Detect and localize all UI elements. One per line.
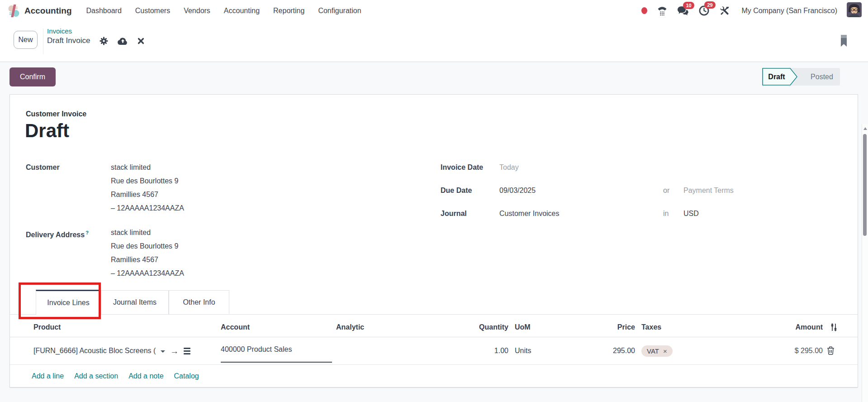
delivery-address-label-text: Delivery Address	[26, 231, 85, 239]
col-product[interactable]: Product	[33, 318, 61, 337]
status-dot-icon	[641, 7, 647, 14]
activities-clock-icon[interactable]: 29	[698, 5, 710, 16]
due-date-label: Due Date	[441, 184, 499, 197]
price-cell[interactable]: 295.00	[571, 337, 635, 364]
tab-other-info[interactable]: Other Info	[169, 290, 229, 315]
tools-icon[interactable]	[719, 5, 730, 16]
table-footer-links: Add a line Add a section Add a note Cata…	[10, 365, 858, 388]
journal-row: Journal Customer Invoices in USD	[441, 207, 757, 220]
dropdown-caret-icon[interactable]	[161, 350, 165, 353]
account-cell[interactable]: 400000 Product Sales	[221, 337, 332, 363]
notebook-tabs: Invoice Lines Journal Items Other Info	[10, 290, 858, 315]
scrollbar-thumb[interactable]	[863, 134, 867, 236]
messages-icon[interactable]: 10	[677, 5, 689, 16]
topbar-right: 10 29 My Company (San Francisco)	[641, 2, 862, 19]
app-name: Accounting	[24, 6, 72, 16]
add-a-section-link[interactable]: Add a section	[74, 372, 118, 380]
tab-invoice-lines[interactable]: Invoice Lines	[36, 290, 101, 315]
invoice-date-field[interactable]: Today	[499, 161, 519, 174]
customer-name[interactable]: stack limited	[111, 161, 184, 174]
col-analytic[interactable]: Analytic	[336, 318, 364, 337]
status-draft[interactable]: Draft	[762, 68, 791, 86]
due-date-row: Due Date 09/03/2025 or Payment Terms	[441, 184, 757, 197]
customer-field-row: Customer stack limited Rue des Bourlotte…	[26, 161, 184, 215]
col-uom[interactable]: UoM	[515, 318, 531, 337]
catalog-link[interactable]: Catalog	[174, 372, 199, 380]
accounting-app-icon	[7, 5, 20, 17]
app-brand[interactable]: Accounting	[7, 5, 72, 17]
main-menu: Dashboard Customers Vendors Accounting R…	[86, 7, 361, 15]
product-name[interactable]: [FURN_6666] Acoustic Bloc Screens (	[33, 347, 156, 355]
menu-vendors[interactable]: Vendors	[184, 7, 210, 15]
analytic-cell[interactable]	[336, 337, 454, 364]
save-cloud-upload-icon[interactable]	[118, 37, 128, 45]
menu-reporting[interactable]: Reporting	[273, 7, 304, 15]
invoice-line-row[interactable]: [FURN_6666] Acoustic Bloc Screens ( → 40…	[10, 337, 858, 365]
document-state-heading: Draft	[25, 120, 69, 142]
status-posted[interactable]: Posted	[804, 68, 840, 86]
customer-city: Ramillies 4567	[111, 188, 184, 201]
amount-cell: $ 295.00	[743, 337, 823, 364]
tax-remove-icon[interactable]: ×	[663, 348, 667, 354]
company-switcher[interactable]: My Company (San Francisco)	[741, 7, 837, 15]
journal-label: Journal	[441, 207, 499, 220]
add-a-line-link[interactable]: Add a line	[32, 372, 64, 380]
col-taxes[interactable]: Taxes	[641, 318, 661, 337]
document-type-label: Customer Invoice	[26, 110, 86, 118]
delivery-tax-id: – 12AAAAA1234AAZA	[111, 267, 184, 280]
tax-tag-label: VAT	[647, 347, 659, 355]
breadcrumb-divider	[43, 29, 43, 54]
help-question-icon[interactable]: ?	[85, 230, 89, 235]
journal-in-label: in	[663, 207, 669, 220]
breadcrumb: Invoices Draft Invoice	[47, 27, 144, 45]
breadcrumb-current: Draft Invoice	[47, 36, 90, 45]
menu-customers[interactable]: Customers	[135, 7, 170, 15]
line-menu-icon[interactable]	[184, 348, 190, 354]
settings-gear-icon[interactable]	[100, 37, 108, 45]
col-quantity[interactable]: Quantity	[462, 318, 508, 337]
tax-tag: VAT ×	[641, 345, 673, 357]
col-amount[interactable]: Amount	[743, 318, 823, 337]
bookmark-icon[interactable]	[840, 35, 847, 49]
breadcrumb-invoices-link[interactable]: Invoices	[47, 27, 144, 35]
menu-accounting[interactable]: Accounting	[224, 7, 260, 15]
taxes-cell[interactable]: VAT ×	[641, 337, 673, 364]
payment-terms-field[interactable]: Payment Terms	[683, 184, 734, 197]
delivery-name[interactable]: stack limited	[111, 226, 184, 239]
customer-value[interactable]: stack limited Rue des Bourlottes 9 Ramil…	[111, 161, 184, 215]
messages-badge: 10	[683, 2, 694, 9]
top-navbar: Accounting Dashboard Customers Vendors A…	[0, 0, 868, 21]
vertical-scrollbar[interactable]	[862, 124, 868, 402]
due-date-field[interactable]: 09/03/2025	[499, 184, 536, 197]
phone-icon[interactable]	[657, 5, 668, 16]
product-cell[interactable]: [FURN_6666] Acoustic Bloc Screens ( →	[33, 337, 190, 364]
delivery-address-label: Delivery Address?	[26, 226, 111, 280]
form-view: Confirm Draft Posted Customer Invoice Dr…	[0, 62, 868, 402]
optional-columns-icon[interactable]	[830, 323, 838, 333]
user-avatar[interactable]	[847, 2, 862, 19]
menu-configuration[interactable]: Configuration	[318, 7, 361, 15]
activities-badge: 29	[704, 1, 715, 9]
internal-link-arrow-icon[interactable]: →	[170, 347, 179, 355]
quantity-cell[interactable]: 1.00	[462, 337, 508, 364]
control-panel: New Invoices Draft Invoice	[0, 21, 868, 62]
confirm-button[interactable]: Confirm	[9, 67, 56, 86]
delete-line-trash-icon[interactable]	[827, 346, 835, 357]
delivery-field-row: Delivery Address? stack limited Rue des …	[26, 226, 184, 280]
delivery-address-value[interactable]: stack limited Rue des Bourlottes 9 Ramil…	[111, 226, 184, 280]
due-date-or-label: or	[663, 184, 669, 197]
menu-dashboard[interactable]: Dashboard	[86, 7, 122, 15]
currency-field[interactable]: USD	[683, 207, 699, 220]
col-account[interactable]: Account	[221, 318, 250, 337]
discard-x-icon[interactable]	[138, 38, 144, 44]
journal-field[interactable]: Customer Invoices	[499, 207, 560, 220]
uom-cell[interactable]: Units	[515, 337, 531, 364]
scrollbar-up-arrow-icon[interactable]	[863, 127, 867, 130]
statusbar: Draft Posted	[762, 68, 840, 86]
new-button[interactable]: New	[14, 31, 38, 49]
customer-street: Rue des Bourlottes 9	[111, 174, 184, 188]
tab-journal-items[interactable]: Journal Items	[101, 290, 169, 315]
add-a-note-link[interactable]: Add a note	[128, 372, 163, 380]
invoice-lines-table: Product Account Analytic Quantity UoM Pr…	[10, 318, 858, 388]
col-price[interactable]: Price	[571, 318, 635, 337]
